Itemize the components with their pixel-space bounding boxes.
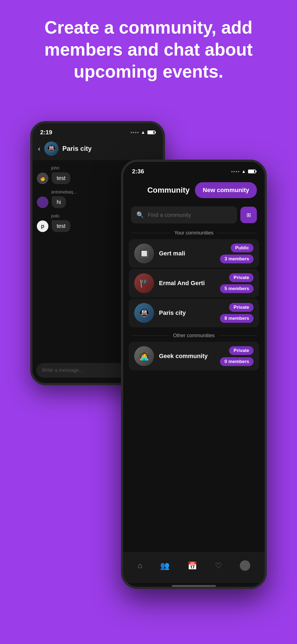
app-screen: Community New community 🔍 Find a communi… xyxy=(123,178,265,587)
other-communities-divider: Other communities xyxy=(123,331,265,342)
front-phone-status-bar: 2:36 ▲ xyxy=(123,162,265,178)
divider-line-left xyxy=(131,335,169,336)
members-badge: 8 members xyxy=(220,314,254,323)
back-phone-header: ‹ 🚇 Paris city xyxy=(32,138,163,160)
community-avatar-geek: 🧑‍💻 xyxy=(134,346,154,366)
calendar-icon: 📅 xyxy=(188,561,197,570)
chat-sender-name: polo xyxy=(51,214,59,219)
home-icon: ⌂ xyxy=(138,561,142,570)
message-placeholder: Write a message... xyxy=(42,367,83,373)
community-name-ermal: Ermal And Gerti xyxy=(159,280,215,287)
community-avatar-paris: 🚇 xyxy=(134,303,154,323)
front-phone-time: 2:36 xyxy=(132,168,144,175)
community-name-gert-mali: Gert mali xyxy=(159,250,215,257)
search-section: 🔍 Find a community ⊞ xyxy=(123,204,265,228)
filter-icon: ⊞ xyxy=(246,212,251,218)
chat-sender-name: john xyxy=(51,166,59,171)
people-icon: 👥 xyxy=(160,561,170,570)
chat-bubble: hi xyxy=(52,196,66,208)
wifi-icon: ▲ xyxy=(241,169,246,174)
battery-icon xyxy=(147,130,155,134)
your-communities-divider: Your communities xyxy=(123,228,265,239)
filter-button[interactable]: ⊞ xyxy=(240,207,257,223)
community-badges-geek: Private 0 members xyxy=(220,346,254,366)
wifi-icon: ▲ xyxy=(141,130,145,135)
visibility-badge: Private xyxy=(229,303,254,312)
hero-headline: Create a community, add members and chat… xyxy=(25,17,272,83)
battery-icon xyxy=(248,170,256,173)
members-badge: 3 members xyxy=(220,255,254,263)
back-phone-time: 2:19 xyxy=(40,129,52,136)
nav-events[interactable]: 📅 xyxy=(183,559,202,572)
nav-favorites[interactable]: ♡ xyxy=(211,559,226,572)
other-communities-list: 🧑‍💻 Geek community Private 0 members xyxy=(123,342,265,370)
your-communities-label: Your communities xyxy=(174,230,213,236)
your-communities-list: 🔲 Gert mali Public 3 members 🏴 Er xyxy=(123,239,265,327)
avatar: 🧑 xyxy=(37,173,48,184)
members-badge: 5 members xyxy=(220,284,254,293)
community-badges-ermal: Private 5 members xyxy=(220,273,254,293)
divider-line-left xyxy=(131,233,170,233)
visibility-badge: Public xyxy=(231,244,254,252)
visibility-badge: Private xyxy=(229,346,254,355)
avatar: p xyxy=(37,220,48,232)
app-screen-title: Community xyxy=(142,186,195,195)
nav-profile[interactable] xyxy=(235,558,255,573)
back-phone-status-bar: 2:19 ▲ xyxy=(32,123,163,138)
nav-home[interactable]: ⌂ xyxy=(133,559,147,572)
divider-line-right xyxy=(217,233,257,233)
chat-row: 🧑 test xyxy=(37,172,70,184)
heart-icon: ♡ xyxy=(215,561,222,570)
front-phone: 2:36 ▲ xyxy=(121,160,267,589)
search-bar[interactable]: 🔍 Find a community xyxy=(131,206,237,223)
community-avatar-gert-mali: 🔲 xyxy=(134,244,154,263)
back-button[interactable]: ‹ xyxy=(38,144,40,153)
new-community-button[interactable]: New community xyxy=(195,182,257,198)
search-placeholder-text: Find a community xyxy=(148,212,191,218)
chat-bubble: test xyxy=(52,172,70,184)
search-icon: 🔍 xyxy=(136,211,144,219)
community-name-geek: Geek community xyxy=(159,353,215,360)
members-badge: 0 members xyxy=(220,357,254,366)
back-phone-status-icons: ▲ xyxy=(131,130,155,135)
divider-line-right xyxy=(219,335,257,336)
app-header: Community New community xyxy=(123,178,265,204)
chat-bubble: test xyxy=(52,220,70,232)
community-name-paris: Paris city xyxy=(159,309,215,316)
bottom-navigation: ⌂ 👥 📅 ♡ xyxy=(123,552,265,583)
community-avatar: 🚇 xyxy=(44,141,59,156)
signal-dots xyxy=(131,132,139,133)
other-communities-label: Other communities xyxy=(173,333,215,339)
visibility-badge: Private xyxy=(229,273,254,282)
chat-row: p test xyxy=(37,220,70,232)
back-phone-title: Paris city xyxy=(62,145,92,152)
front-phone-status-icons: ▲ xyxy=(231,169,256,174)
profile-avatar xyxy=(240,560,250,571)
community-item-ermal[interactable]: 🏴 Ermal And Gerti Private 5 members xyxy=(129,269,259,298)
avatar xyxy=(37,197,48,208)
community-item-geek[interactable]: 🧑‍💻 Geek community Private 0 members xyxy=(129,342,259,370)
chat-sender-name: antoinebaq... xyxy=(51,190,77,195)
chat-row: hi xyxy=(37,196,66,208)
signal-dots xyxy=(231,171,239,172)
home-indicator xyxy=(172,585,216,587)
community-badges-paris: Private 8 members xyxy=(220,303,254,323)
community-badges-gert-mali: Public 3 members xyxy=(220,244,254,263)
nav-community[interactable]: 👥 xyxy=(156,559,174,572)
community-item-paris[interactable]: 🚇 Paris city Private 8 members xyxy=(129,299,259,327)
community-avatar-ermal: 🏴 xyxy=(134,273,154,293)
phones-container: 2:19 ▲ ‹ 🚇 xyxy=(30,105,267,600)
community-item-gert-mali[interactable]: 🔲 Gert mali Public 3 members xyxy=(129,239,259,268)
